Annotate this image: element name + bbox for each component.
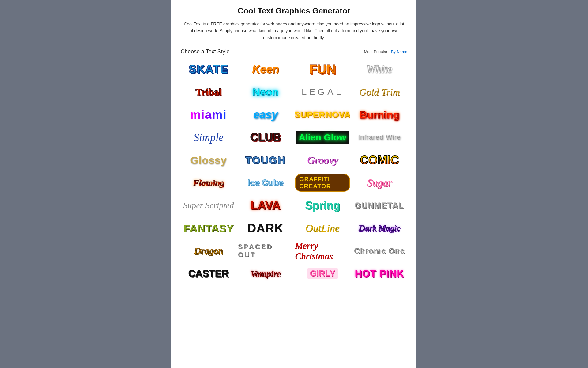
style-label-darkmagic: Dark Magic [359, 223, 400, 233]
sort-label: Most Popular - [364, 49, 391, 54]
style-item-goldtrim[interactable]: Gold Trim [352, 81, 407, 103]
style-item-spring[interactable]: Spring [295, 195, 350, 216]
main-container: Cool Text Graphics Generator Cool Text i… [172, 0, 417, 368]
style-label-keen: Keen [252, 63, 279, 76]
style-label-flaming: Flaming [193, 178, 224, 188]
style-item-comic[interactable]: COMIC [352, 149, 407, 171]
style-item-dragon[interactable]: Dragon [181, 240, 236, 262]
style-item-outline[interactable]: OutLine [295, 217, 350, 239]
description-text1: Cool Text is a [184, 21, 211, 26]
style-item-keen[interactable]: Keen [238, 59, 293, 80]
description-bold: FREE [211, 21, 222, 26]
style-item-simple[interactable]: Simple [181, 127, 236, 148]
style-item-merrychristmas[interactable]: Merry Christmas [295, 240, 350, 262]
style-label-white: White [367, 63, 392, 76]
style-item-supernova[interactable]: SUPERNOVA [295, 104, 350, 125]
style-label-superscripted: Super Scripted [183, 201, 234, 210]
style-item-hotpink[interactable]: HOT PINK [352, 263, 407, 284]
style-item-tribal[interactable]: Tribal [181, 81, 236, 103]
style-label-glossy: Glossy [190, 154, 227, 166]
style-label-alienglow: Alien Glow [296, 131, 349, 144]
style-item-superscripted[interactable]: Super Scripted [181, 195, 236, 216]
style-label-gunmetal: GUNMETAL [355, 201, 404, 210]
style-label-goldtrim: Gold Trim [359, 86, 400, 98]
style-item-lava[interactable]: LAVA [238, 195, 293, 216]
page-title: Cool Text Graphics Generator [181, 6, 407, 16]
style-label-hotpink: HOT PINK [355, 268, 404, 279]
style-label-sugar: Sugar [367, 177, 392, 189]
style-item-easy[interactable]: easy [238, 104, 293, 125]
style-label-club: CLUB [250, 131, 281, 144]
style-label-graffiti: GRAFFITI CREATOR [295, 174, 350, 192]
style-label-dragon: Dragon [194, 246, 223, 256]
style-label-infrared: Infrared Wire [358, 133, 401, 141]
style-label-merrychristmas: Merry Christmas [295, 240, 350, 261]
style-item-groovy[interactable]: Groovy [295, 149, 350, 171]
style-label-miami: miami [190, 108, 227, 121]
style-item-sugar[interactable]: Sugar [352, 172, 407, 194]
choose-header: Choose a Text Style Most Popular - By Na… [181, 48, 407, 55]
choose-label: Choose a Text Style [181, 48, 230, 55]
style-item-neon[interactable]: Neon [238, 81, 293, 103]
style-label-tough: TOUGH [245, 154, 286, 166]
style-item-chromeone[interactable]: Chrome One [352, 240, 407, 262]
style-label-icecube: Ice Cube [248, 178, 284, 188]
style-item-tough[interactable]: TOUGH [238, 149, 293, 171]
style-item-gunmetal[interactable]: GUNMETAL [352, 195, 407, 216]
style-item-flaming[interactable]: Flaming [181, 172, 236, 194]
style-label-legal: LEGAL [302, 87, 344, 97]
style-item-skate[interactable]: SKATE [181, 59, 236, 80]
style-item-girly[interactable]: GIRLY [295, 263, 350, 284]
style-label-dark: DARK [247, 222, 284, 235]
style-label-vampire: Vampire [251, 268, 281, 279]
style-item-alienglow[interactable]: Alien Glow [295, 127, 350, 148]
style-item-graffiti[interactable]: GRAFFITI CREATOR [295, 172, 350, 194]
style-label-fantasy: FANTASY [183, 222, 233, 234]
style-item-vampire[interactable]: Vampire [238, 263, 293, 284]
style-label-fun: FUN [309, 62, 336, 77]
style-label-caster: CASTER [188, 268, 229, 279]
style-label-groovy: Groovy [307, 154, 338, 166]
style-item-spacedout[interactable]: SPACED OUT [238, 240, 293, 262]
style-label-lava: LAVA [251, 199, 281, 212]
style-item-miami[interactable]: miami [181, 104, 236, 125]
style-label-spring: Spring [305, 199, 340, 212]
style-label-neon: Neon [253, 86, 279, 98]
style-label-girly: GIRLY [307, 268, 338, 279]
style-item-white[interactable]: White [352, 59, 407, 80]
style-item-fantasy[interactable]: FANTASY [181, 217, 236, 239]
sort-options: Most Popular - By Name [364, 49, 407, 54]
style-label-skate: SKATE [189, 63, 228, 76]
style-item-caster[interactable]: CASTER [181, 263, 236, 284]
style-item-icecube[interactable]: Ice Cube [238, 172, 293, 194]
styles-grid: SKATEKeenFUNWhiteTribalNeonLEGALGold Tri… [181, 59, 407, 284]
style-item-legal[interactable]: LEGAL [295, 81, 350, 103]
style-label-burning: Burning [360, 109, 399, 121]
style-label-simple: Simple [194, 131, 224, 144]
style-label-outline: OutLine [305, 222, 339, 234]
style-item-burning[interactable]: Burning [352, 104, 407, 125]
style-label-comic: COMIC [360, 154, 399, 167]
style-item-fun[interactable]: FUN [295, 59, 350, 80]
style-item-infrared[interactable]: Infrared Wire [352, 127, 407, 148]
description: Cool Text is a FREE graphics generator f… [184, 21, 404, 41]
style-item-darkmagic[interactable]: Dark Magic [352, 217, 407, 239]
style-item-dark[interactable]: DARK [238, 217, 293, 239]
style-label-easy: easy [253, 108, 278, 121]
style-label-spacedout: SPACED OUT [238, 243, 293, 259]
style-item-club[interactable]: CLUB [238, 127, 293, 148]
style-item-glossy[interactable]: Glossy [181, 149, 236, 171]
style-label-tribal: Tribal [196, 86, 222, 98]
style-label-chromeone: Chrome One [354, 246, 405, 256]
sort-by-name-link[interactable]: By Name [391, 49, 407, 54]
style-label-supernova: SUPERNOVA [295, 110, 350, 120]
